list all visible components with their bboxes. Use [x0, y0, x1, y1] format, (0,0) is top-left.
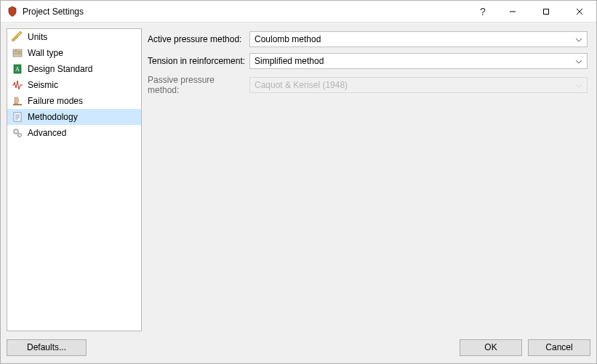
- label-active-pressure: Active pressure method:: [148, 34, 249, 44]
- sidebar-item-label: Methodology: [28, 112, 78, 122]
- ok-button[interactable]: OK: [460, 339, 522, 356]
- sidebar-item-units[interactable]: Units: [7, 29, 141, 45]
- sidebar-item-walltype[interactable]: Wall type: [7, 45, 141, 61]
- combo-active-pressure[interactable]: Coulomb method: [249, 31, 588, 47]
- dialog-footer: Defaults... OK Cancel: [1, 337, 596, 363]
- defaults-button[interactable]: Defaults...: [7, 339, 87, 356]
- sidebar-item-seismic[interactable]: Seismic: [7, 77, 141, 93]
- row-active-pressure: Active pressure method: Coulomb method: [148, 31, 588, 47]
- sidebar-item-methodology[interactable]: Methodology: [7, 109, 141, 125]
- row-tension-reinforcement: Tension in reinforcement: Simplified met…: [148, 53, 588, 69]
- sidebar-item-designstandard[interactable]: A Design Standard: [7, 61, 141, 77]
- window-title: Project Settings: [23, 7, 84, 17]
- combo-value: Coulomb method: [255, 34, 321, 44]
- sidebar-item-label: Failure modes: [28, 96, 83, 106]
- sidebar-item-label: Units: [28, 32, 47, 42]
- chevron-down-icon: [575, 81, 582, 89]
- combo-value: Simplified method: [255, 56, 324, 66]
- cancel-button[interactable]: Cancel: [528, 339, 590, 356]
- category-sidebar: Units Wall type A Design Standard Seismi…: [7, 28, 142, 331]
- combo-tension-reinforcement[interactable]: Simplified method: [249, 53, 588, 69]
- button-label: Cancel: [545, 342, 572, 352]
- ruler-icon: [12, 31, 23, 43]
- close-button[interactable]: [563, 1, 596, 23]
- svg-rect-8: [13, 49, 22, 57]
- sidebar-item-advanced[interactable]: Advanced: [7, 125, 141, 141]
- dialog-body: Units Wall type A Design Standard Seismi…: [1, 23, 596, 337]
- document-icon: [12, 111, 23, 123]
- svg-rect-17: [14, 113, 21, 121]
- sidebar-item-label: Seismic: [28, 80, 58, 90]
- chevron-down-icon: [575, 57, 582, 65]
- app-icon: [7, 6, 18, 17]
- label-tension-reinforcement: Tension in reinforcement:: [148, 56, 249, 66]
- dialog-project-settings: Project Settings ? Units Wall ty: [0, 0, 597, 364]
- wall-icon: [12, 47, 23, 59]
- svg-rect-15: [13, 104, 22, 105]
- titlebar: Project Settings ?: [1, 1, 596, 23]
- combo-passive-pressure: Caquot & Kerisel (1948): [249, 77, 588, 93]
- svg-marker-16: [15, 97, 19, 104]
- gear-icon: [12, 127, 23, 139]
- svg-point-23: [15, 131, 17, 133]
- sidebar-item-label: Design Standard: [28, 64, 92, 74]
- seismic-icon: [12, 79, 23, 91]
- minimize-button[interactable]: [496, 1, 529, 23]
- row-passive-pressure: Passive pressure method: Caquot & Kerise…: [148, 75, 588, 95]
- label-passive-pressure: Passive pressure method:: [148, 75, 249, 95]
- combo-value: Caquot & Kerisel (1948): [255, 80, 348, 90]
- help-button[interactable]: ?: [470, 1, 496, 23]
- maximize-button[interactable]: [529, 1, 563, 23]
- svg-point-25: [19, 134, 20, 136]
- book-icon: A: [12, 63, 23, 75]
- chevron-down-icon: [575, 36, 582, 44]
- sidebar-item-label: Wall type: [28, 48, 63, 58]
- svg-text:A: A: [15, 66, 20, 73]
- button-label: OK: [484, 342, 497, 352]
- sidebar-item-failuremodes[interactable]: Failure modes: [7, 93, 141, 109]
- sidebar-item-label: Advanced: [28, 128, 66, 138]
- svg-rect-1: [544, 9, 549, 14]
- failure-icon: [12, 95, 23, 107]
- button-label: Defaults...: [27, 342, 66, 352]
- main-panel: Active pressure method: Coulomb method T…: [148, 28, 590, 331]
